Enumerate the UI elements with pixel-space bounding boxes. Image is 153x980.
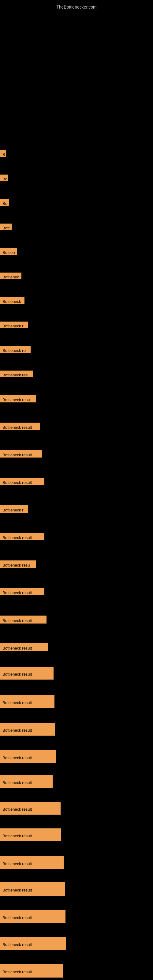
bottleneck-result-item[interactable]: Bottleneck result	[0, 723, 55, 736]
bottleneck-result-item[interactable]: Bottleneck result	[0, 910, 65, 923]
bottleneck-result-item[interactable]: Bottleneck result	[0, 856, 64, 869]
bottleneck-result-item[interactable]: Bottleneck r	[0, 505, 28, 513]
bottleneck-result-item[interactable]: Bottleneck result	[0, 423, 40, 430]
bottleneck-result-item[interactable]: Bottleneck result	[0, 937, 66, 950]
bottleneck-result-item[interactable]: Bottleneck result	[0, 802, 61, 815]
bottleneck-result-item[interactable]: Bot	[0, 199, 9, 206]
bottleneck-result-item[interactable]: Bottleneck res	[0, 371, 33, 377]
bottleneck-result-item[interactable]: Bottlen	[0, 248, 17, 255]
bottleneck-result-item[interactable]: Bottleneck result	[0, 643, 48, 651]
bottleneck-result-item[interactable]: Bottleneck resu	[0, 395, 36, 402]
bottleneck-result-item[interactable]: Bottleneck result	[0, 588, 45, 595]
bottleneck-result-item[interactable]: Bottleneck result	[0, 964, 63, 978]
bottleneck-result-item[interactable]: Bottleneck result	[0, 775, 53, 788]
bottleneck-result-item[interactable]: Bottleneck result	[0, 667, 54, 679]
bottleneck-result-item[interactable]: Bottleneck result	[0, 478, 45, 485]
bottleneck-result-item[interactable]: Bottleneck re	[0, 346, 30, 353]
bottleneck-result-item[interactable]: Bottleneck result	[0, 450, 42, 458]
bottleneck-result-item[interactable]: Bottleneck resu	[0, 560, 36, 568]
site-title: TheBottlenecker.com	[0, 2, 153, 11]
bottleneck-result-item[interactable]: Bottleneck result	[0, 750, 56, 763]
bottleneck-result-item[interactable]: Bottleneck result	[0, 616, 46, 624]
bottleneck-result-item[interactable]: Bo	[0, 175, 8, 181]
bottleneck-result-item[interactable]: Bottleneck result	[0, 695, 54, 708]
bottleneck-result-item[interactable]: Bottl	[0, 224, 12, 230]
bottleneck-result-item[interactable]: B	[0, 150, 6, 157]
bottleneck-result-item[interactable]: Bottleneck	[0, 297, 24, 304]
bottleneck-result-item[interactable]: Bottleneck result	[0, 882, 65, 896]
bottleneck-result-item[interactable]: Bottleneck r	[0, 321, 28, 328]
bottleneck-result-item[interactable]: Bottleneck result	[0, 533, 45, 540]
bottleneck-result-item[interactable]: Bottleneck result	[0, 829, 61, 841]
bottleneck-result-item[interactable]: Bottlenec	[0, 272, 21, 279]
